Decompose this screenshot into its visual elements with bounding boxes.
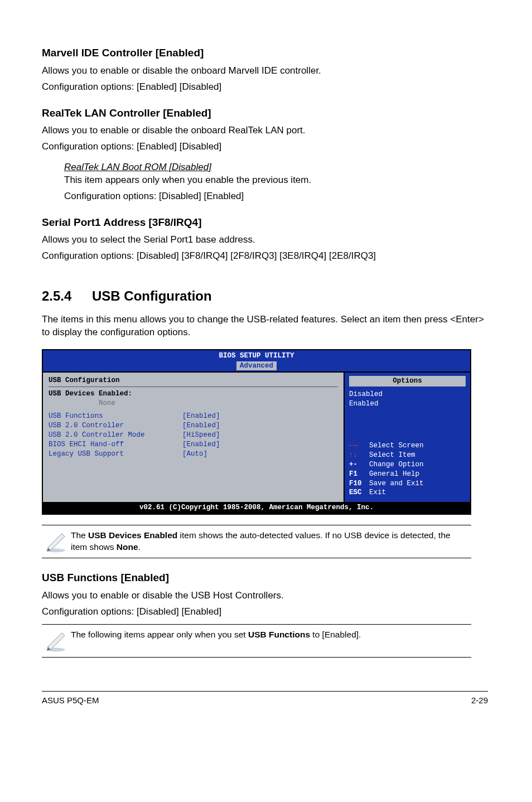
bios-value: [Enabled] xyxy=(182,421,220,431)
text-realtek-desc: Allows you to enable or disable the onbo… xyxy=(42,124,490,137)
bios-label: Legacy USB Support xyxy=(49,450,182,459)
pencil-note-icon xyxy=(44,629,71,653)
bios-hint-text: Exit xyxy=(369,488,386,497)
bios-hint-change-option: +- Change Option xyxy=(349,460,466,470)
text-usb-functions-desc: Allows you to enable or disable the USB … xyxy=(42,590,490,602)
text-bootrom-opts: Configuration options: [Disabled] [Enabl… xyxy=(64,190,490,203)
bios-titlebar: BIOS SETUP UTILITY Advanced xyxy=(43,350,470,372)
footer-product: ASUS P5Q-EM xyxy=(42,695,99,706)
footer-page-number: 2-29 xyxy=(471,695,488,706)
bios-left-panel: USB Configuration USB Devices Enabled: N… xyxy=(43,371,345,502)
note-text-bold: None xyxy=(117,542,138,552)
text-bootrom-desc: This item appears only when you enable t… xyxy=(64,174,490,187)
note-text: The following items appear only when you… xyxy=(71,629,361,641)
section-number: 2.5.4 xyxy=(42,287,92,305)
bios-hint-exit: ESC Exit xyxy=(349,488,466,497)
arrows-lr-icon: ←→ xyxy=(349,441,369,451)
note-text-fragment: to [Enabled]. xyxy=(310,630,361,639)
bios-value: [Auto] xyxy=(182,450,207,459)
text-serial-desc: Allows you to select the Serial Port1 ba… xyxy=(42,234,490,247)
svg-marker-1 xyxy=(48,534,65,550)
note-following-items: The following items appear only when you… xyxy=(42,624,471,658)
heading-realtek-lan: RealTek LAN Controller [Enabled] xyxy=(42,106,490,120)
note-text: The USB Devices Enabled item shows the a… xyxy=(71,530,469,553)
bios-screenshot: BIOS SETUP UTILITY Advanced USB Configur… xyxy=(42,349,471,515)
heading-usb-functions: USB Functions [Enabled] xyxy=(42,571,490,585)
bios-label: USB 2.0 Controller xyxy=(49,421,182,431)
note-usb-devices-enabled: The USB Devices Enabled item shows the a… xyxy=(42,525,471,558)
bios-value: [HiSpeed] xyxy=(182,431,220,440)
note-text-bold: USB Devices Enabled xyxy=(88,530,177,540)
note-text-fragment: . xyxy=(138,542,141,552)
bios-devices-enabled-label: USB Devices Enabled: xyxy=(49,389,338,399)
subheading-realtek-bootrom: RealTek LAN Boot ROM [Disabled] xyxy=(64,161,490,174)
bios-hint-key: F1 xyxy=(349,470,369,479)
bios-row-legacy-usb: Legacy USB Support [Auto] xyxy=(49,450,338,459)
bios-hint-key: +- xyxy=(349,460,369,470)
bios-label: BIOS EHCI Hand-off xyxy=(49,440,182,450)
note-text-fragment: The xyxy=(71,530,88,540)
bios-row-usb-functions: USB Functions [Enabled] xyxy=(49,412,338,421)
page-footer: ASUS P5Q-EM 2-29 xyxy=(42,691,488,706)
pencil-note-icon xyxy=(44,530,71,553)
text-usb-config-desc: The items in this menu allows you to cha… xyxy=(42,313,490,339)
bios-tab-advanced: Advanced xyxy=(236,361,277,371)
bios-hint-save-exit: F10 Save and Exit xyxy=(349,479,466,489)
bios-row-ehci-handoff: BIOS EHCI Hand-off [Enabled] xyxy=(49,440,338,450)
bios-right-panel: Options Disabled Enabled ←→ Select Scree… xyxy=(345,371,470,502)
text-realtek-opts: Configuration options: [Enabled] [Disabl… xyxy=(42,141,490,153)
bios-hint-general-help: F1 General Help xyxy=(349,470,466,479)
bios-hint-select-screen: ←→ Select Screen xyxy=(349,441,466,451)
bios-label: USB Functions xyxy=(49,412,182,421)
bios-hint-text: Change Option xyxy=(369,460,424,470)
bios-row-usb20-controller: USB 2.0 Controller [Enabled] xyxy=(49,421,338,431)
text-usb-functions-opts: Configuration options: [Disabled] [Enabl… xyxy=(42,606,490,619)
section-title: USB Configuration xyxy=(92,288,212,303)
svg-marker-4 xyxy=(48,632,65,649)
note-text-bold: USB Functions xyxy=(248,630,310,639)
heading-serial-port: Serial Port1 Address [3F8/IRQ4] xyxy=(42,215,490,230)
bios-label: USB 2.0 Controller Mode xyxy=(49,431,182,440)
bios-hint-text: Select Screen xyxy=(369,441,424,451)
bios-row-usb20-mode: USB 2.0 Controller Mode [HiSpeed] xyxy=(49,431,338,440)
bios-value: [Enabled] xyxy=(182,440,220,450)
text-marvell-opts: Configuration options: [Enabled] [Disabl… xyxy=(42,81,490,94)
heading-marvell: Marvell IDE Controller [Enabled] xyxy=(42,46,490,60)
bios-hint-text: General Help xyxy=(369,470,419,479)
text-serial-opts: Configuration options: [Disabled] [3F8/I… xyxy=(42,250,490,263)
bios-hint-key: F10 xyxy=(349,479,369,489)
bios-hint-text: Save and Exit xyxy=(369,479,424,489)
bios-config-title: USB Configuration xyxy=(49,376,338,387)
bios-hint-key: ESC xyxy=(349,488,369,497)
bios-value: [Enabled] xyxy=(182,412,220,421)
heading-usb-config: 2.5.4USB Configuration xyxy=(42,287,490,305)
note-text-fragment: The following items appear only when you… xyxy=(71,630,248,639)
bios-copyright-footer: v02.61 (C)Copyright 1985-2008, American … xyxy=(43,502,470,514)
bios-options-list: Disabled Enabled xyxy=(349,390,466,409)
text-marvell-desc: Allows you to enable or disable the onbo… xyxy=(42,65,490,78)
bios-hint-text: Select Item xyxy=(369,451,415,460)
bios-devices-none: None xyxy=(99,399,338,408)
arrows-ud-icon: ↑↓ xyxy=(349,451,369,460)
bios-option-enabled: Enabled xyxy=(349,399,466,409)
bios-option-disabled: Disabled xyxy=(349,390,466,399)
bios-options-header: Options xyxy=(349,376,466,386)
bios-title: BIOS SETUP UTILITY xyxy=(43,351,470,361)
bios-hint-select-item: ↑↓ Select Item xyxy=(349,451,466,460)
